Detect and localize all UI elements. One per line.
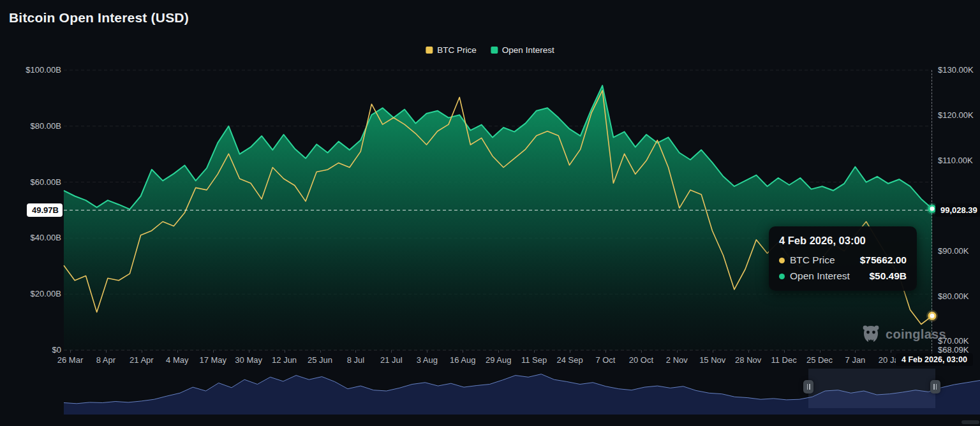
tooltip-row-btc-price: BTC Price $75662.00 — [779, 254, 907, 266]
navigator-handle-right[interactable] — [930, 380, 940, 393]
x-axis-tick-mark — [498, 350, 499, 353]
x-axis-tick-mark — [820, 350, 820, 353]
chart-legend: BTC Price Open Interest — [426, 45, 554, 55]
x-axis-tick-mark — [713, 350, 713, 353]
current-right-axis-pill: 99,028.39 — [935, 203, 980, 217]
x-axis-tick-label: 11 Sep — [521, 355, 547, 365]
tooltip-row-open-interest: Open Interest $50.49B — [779, 270, 907, 282]
y-axis-left-tick-label: $40.00B — [10, 233, 61, 242]
y-axis-right-tick-label: $80.00K — [938, 291, 969, 301]
open-interest-last-marker — [929, 205, 935, 212]
x-axis-tick-label: 24 Sep — [556, 355, 583, 365]
x-axis-tick-mark — [106, 350, 107, 353]
crosshair-vertical-line — [932, 70, 932, 355]
tooltip-date: 4 Feb 2026, 03:00 — [779, 235, 907, 247]
x-axis-tick-label: 2 Nov — [666, 355, 688, 365]
x-axis-tick-mark — [570, 350, 570, 353]
chart-tooltip: 4 Feb 2026, 03:00 BTC Price $75662.00 Op… — [769, 226, 917, 291]
current-date-pill: 4 Feb 2026, 03:00 — [896, 353, 973, 366]
watermark-text: coinglass — [886, 327, 946, 342]
y-axis-right-tick-label: $130.00K — [938, 65, 974, 75]
x-axis-tick-mark — [249, 350, 249, 353]
x-axis-tick-mark — [70, 350, 71, 353]
x-axis-tick-label: 7 Oct — [595, 355, 615, 365]
btc-price-swatch-icon — [426, 47, 433, 54]
btc-price-dot-icon — [779, 258, 785, 263]
x-axis-tick-label: 17 May — [199, 355, 226, 365]
page-title: Bitcoin Open Interest (USD) — [9, 10, 189, 26]
x-axis-tick-label: 15 Nov — [699, 355, 725, 365]
legend-item-open-interest[interactable]: Open Interest — [491, 45, 554, 55]
y-axis-left-tick-label: $20.00B — [10, 289, 61, 298]
x-axis-tick-mark — [285, 350, 285, 353]
x-axis-tick-mark — [891, 350, 891, 353]
y-axis-right-tick-label: $90.00K — [938, 246, 969, 256]
x-axis-tick-mark — [784, 350, 785, 353]
x-axis-tick-label: 21 Jul — [380, 355, 403, 365]
tooltip-value: $75662.00 — [860, 254, 907, 266]
current-open-interest-pill: 49.97B — [27, 203, 63, 217]
btc-price-last-marker — [929, 312, 935, 319]
y-axis-right-tick-label: $120.00K — [938, 110, 974, 120]
legend-label: Open Interest — [502, 45, 554, 55]
y-axis-left-tick-label: $0 — [10, 345, 61, 355]
x-axis-tick-mark — [855, 350, 856, 353]
x-axis-tick-label: 4 May — [166, 355, 188, 365]
open-interest-dot-icon — [779, 274, 785, 279]
x-axis-tick-mark — [463, 350, 463, 353]
x-axis-tick-label: 11 Dec — [771, 355, 796, 365]
x-axis-tick-mark — [391, 350, 392, 353]
legend-item-btc-price[interactable]: BTC Price — [426, 45, 477, 55]
x-axis-tick-label: 20 Oct — [629, 355, 653, 365]
tooltip-label: BTC Price — [790, 254, 835, 266]
x-axis-tick-mark — [177, 350, 178, 353]
x-axis-tick-label: 8 Jul — [347, 355, 364, 365]
navigator-handle-left[interactable] — [803, 380, 813, 393]
x-axis-tick-mark — [677, 350, 678, 353]
x-axis-tick-mark — [142, 350, 142, 353]
x-axis-tick-label: 25 Jun — [308, 355, 332, 365]
open-interest-area — [64, 85, 932, 350]
y-axis-left-tick-label: $60.00B — [10, 177, 61, 187]
legend-label: BTC Price — [437, 45, 477, 55]
x-axis-tick-label: 8 Apr — [96, 355, 115, 365]
x-axis-tick-label: 28 Nov — [735, 355, 761, 365]
x-axis-tick-label: 16 Aug — [450, 355, 476, 365]
x-axis-tick-mark — [320, 350, 321, 353]
x-axis-tick-label: 7 Jan — [845, 355, 866, 365]
bitcoin-open-interest-page: Bitcoin Open Interest (USD) BTC Price Op… — [0, 0, 980, 426]
x-axis-tick-mark — [641, 350, 642, 353]
y-axis-left-tick-label: $80.00B — [10, 121, 61, 131]
x-axis-tick-label: 29 Aug — [486, 355, 512, 365]
y-axis-left-tick-label: $100.00B — [10, 65, 61, 75]
open-interest-swatch-icon — [491, 47, 498, 54]
x-axis-tick-label: 26 Mar — [57, 355, 83, 365]
x-axis-tick-label: 25 Dec — [806, 355, 833, 365]
tooltip-label: Open Interest — [790, 270, 850, 282]
x-axis-tick-mark — [605, 350, 606, 353]
x-axis-tick-mark — [534, 350, 535, 353]
x-axis-tick-mark — [213, 350, 214, 353]
x-axis-tick-label: 21 Apr — [130, 355, 154, 365]
coinglass-watermark: coinglass — [861, 324, 946, 344]
x-axis-tick-mark — [355, 350, 356, 353]
x-axis-tick-label: 30 May — [235, 355, 262, 365]
x-axis-tick-label: 3 Aug — [417, 355, 438, 365]
coinglass-logo-icon — [861, 324, 880, 344]
x-axis-tick-mark — [427, 350, 427, 353]
tooltip-value: $50.49B — [869, 270, 907, 282]
navigator-selection[interactable] — [808, 369, 935, 408]
x-axis-tick-mark — [748, 350, 749, 353]
x-axis-tick-label: 12 Jun — [272, 355, 297, 365]
y-axis-right-tick-label: $110.00K — [938, 156, 973, 165]
scroll-indicator — [961, 420, 979, 424]
main-chart[interactable] — [64, 70, 932, 350]
